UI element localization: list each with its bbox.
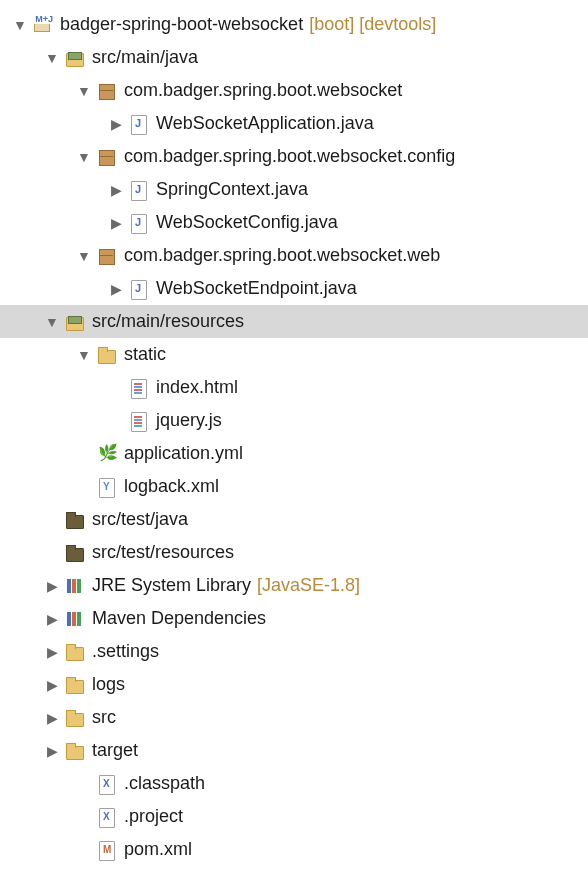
file-icon [128, 377, 150, 399]
indent-spacer [4, 222, 106, 223]
indent-spacer [4, 849, 74, 850]
folder-icon [64, 740, 86, 762]
tree-item-label: com.badger.spring.boot.websocket.web [124, 245, 440, 266]
disclosure-arrow-right-icon[interactable]: ▶ [42, 609, 62, 629]
file-icon [128, 410, 150, 432]
disclosure-arrow-right-icon[interactable]: ▶ [106, 213, 126, 233]
disclosure-arrow-down-icon[interactable]: ▼ [42, 312, 62, 332]
disclosure-arrow-down-icon[interactable]: ▼ [10, 15, 30, 35]
indent-spacer [4, 156, 74, 157]
indent-spacer [4, 651, 42, 652]
indent-spacer [4, 354, 74, 355]
tree-row[interactable]: pom.xml [0, 833, 588, 866]
disclosure-arrow-down-icon[interactable]: ▼ [42, 48, 62, 68]
tree-row[interactable]: ▼com.badger.spring.boot.websocket.config [0, 140, 588, 173]
tree-row[interactable]: ▼static [0, 338, 588, 371]
tree-row[interactable]: ▶Maven Dependencies [0, 602, 588, 635]
java-file-icon [128, 212, 150, 234]
tree-row[interactable]: .project [0, 800, 588, 833]
folder-icon [64, 674, 86, 696]
disclosure-arrow-right-icon[interactable]: ▶ [106, 180, 126, 200]
tree-item-label: src/main/resources [92, 311, 244, 332]
tree-row[interactable]: application.yml [0, 437, 588, 470]
tree-item-label: com.badger.spring.boot.websocket.config [124, 146, 455, 167]
tree-item-decoration: [boot] [devtools] [309, 14, 436, 35]
indent-spacer [4, 321, 42, 322]
package-icon [96, 80, 118, 102]
tree-row[interactable]: ▶JRE System Library[JavaSE-1.8] [0, 569, 588, 602]
tree-row[interactable]: .classpath [0, 767, 588, 800]
tree-row[interactable]: index.html [0, 371, 588, 404]
tree-row[interactable]: ▼M+Jbadger-spring-boot-websocket[boot] [… [0, 8, 588, 41]
tree-row[interactable]: src/test/java [0, 503, 588, 536]
disclosure-arrow-down-icon[interactable]: ▼ [74, 81, 94, 101]
folder-icon [64, 641, 86, 663]
empty-source-folder-icon [64, 542, 86, 564]
tree-item-label: Maven Dependencies [92, 608, 266, 629]
tree-item-label: .settings [92, 641, 159, 662]
disclosure-arrow-down-icon[interactable]: ▼ [74, 345, 94, 365]
xml-file-icon [96, 773, 118, 795]
tree-item-label: badger-spring-boot-websocket [60, 14, 303, 35]
project-explorer-tree[interactable]: ▼M+Jbadger-spring-boot-websocket[boot] [… [0, 0, 588, 866]
tree-row[interactable]: ▶.settings [0, 635, 588, 668]
tree-item-label: jquery.js [156, 410, 222, 431]
indent-spacer [4, 552, 42, 553]
tree-row[interactable]: ▶target [0, 734, 588, 767]
tree-row[interactable]: logback.xml [0, 470, 588, 503]
tree-row[interactable]: jquery.js [0, 404, 588, 437]
tree-item-label: SpringContext.java [156, 179, 308, 200]
disclosure-arrow-right-icon[interactable]: ▶ [42, 576, 62, 596]
tree-item-label: WebSocketEndpoint.java [156, 278, 357, 299]
tree-row[interactable]: ▶WebSocketConfig.java [0, 206, 588, 239]
package-icon [96, 245, 118, 267]
disclosure-arrow-right-icon[interactable]: ▶ [42, 642, 62, 662]
tree-row[interactable]: ▼src/main/resources [0, 305, 588, 338]
empty-source-folder-icon [64, 509, 86, 531]
disclosure-arrow-right-icon[interactable]: ▶ [42, 675, 62, 695]
tree-item-label: logs [92, 674, 125, 695]
tree-row[interactable]: ▶SpringContext.java [0, 173, 588, 206]
tree-item-label: index.html [156, 377, 238, 398]
disclosure-arrow-down-icon[interactable]: ▼ [74, 147, 94, 167]
tree-row[interactable]: ▶src [0, 701, 588, 734]
source-folder-icon [64, 47, 86, 69]
disclosure-arrow-right-icon[interactable]: ▶ [42, 741, 62, 761]
library-icon [64, 608, 86, 630]
tree-item-label: WebSocketConfig.java [156, 212, 338, 233]
java-file-icon [128, 113, 150, 135]
tree-row[interactable]: ▶WebSocketApplication.java [0, 107, 588, 140]
indent-spacer [4, 519, 42, 520]
java-file-icon [128, 278, 150, 300]
indent-spacer [4, 816, 74, 817]
java-file-icon [128, 179, 150, 201]
tree-row[interactable]: ▶WebSocketEndpoint.java [0, 272, 588, 305]
tree-item-label: .classpath [124, 773, 205, 794]
xml-file-icon [96, 476, 118, 498]
source-folder-icon [64, 311, 86, 333]
tree-row[interactable]: ▼com.badger.spring.boot.websocket [0, 74, 588, 107]
tree-item-label: application.yml [124, 443, 243, 464]
tree-row[interactable]: ▶logs [0, 668, 588, 701]
disclosure-arrow-right-icon[interactable]: ▶ [42, 708, 62, 728]
indent-spacer [4, 57, 42, 58]
tree-row[interactable]: ▼src/main/java [0, 41, 588, 74]
tree-item-label: pom.xml [124, 839, 192, 860]
tree-item-label: JRE System Library [92, 575, 251, 596]
disclosure-arrow-right-icon[interactable]: ▶ [106, 279, 126, 299]
indent-spacer [4, 420, 106, 421]
tree-item-label: logback.xml [124, 476, 219, 497]
folder-icon [96, 344, 118, 366]
tree-row[interactable]: src/test/resources [0, 536, 588, 569]
indent-spacer [4, 189, 106, 190]
tree-item-decoration: [JavaSE-1.8] [257, 575, 360, 596]
tree-item-label: WebSocketApplication.java [156, 113, 374, 134]
tree-item-label: src [92, 707, 116, 728]
package-icon [96, 146, 118, 168]
disclosure-arrow-down-icon[interactable]: ▼ [74, 246, 94, 266]
indent-spacer [4, 123, 106, 124]
indent-spacer [4, 387, 106, 388]
disclosure-arrow-right-icon[interactable]: ▶ [106, 114, 126, 134]
tree-row[interactable]: ▼com.badger.spring.boot.websocket.web [0, 239, 588, 272]
indent-spacer [4, 90, 74, 91]
